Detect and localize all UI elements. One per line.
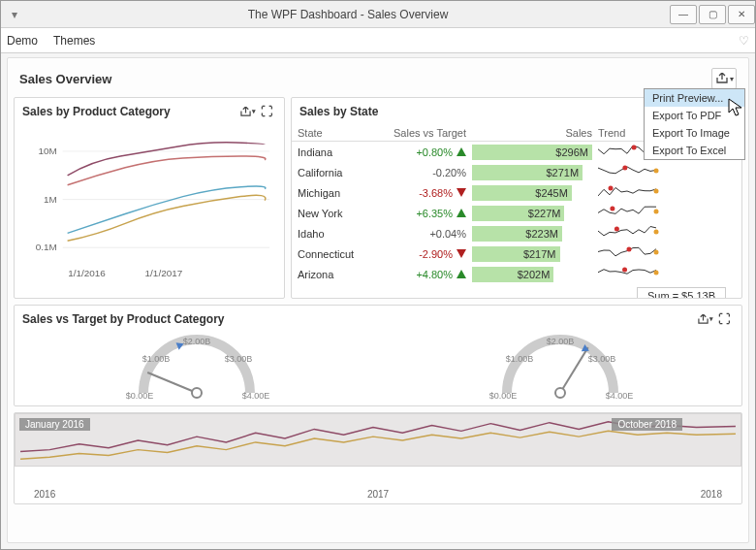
svg-point-11 — [654, 229, 659, 234]
export-icon — [715, 73, 729, 84]
col-state[interactable]: State — [298, 127, 375, 139]
col-svt[interactable]: Sales vs Target — [375, 127, 472, 139]
favorite-icon[interactable]: ♡ — [739, 34, 749, 48]
app-menu-icon[interactable]: ▾ — [1, 8, 28, 21]
svg-point-9 — [654, 209, 659, 213]
table-row[interactable]: Arizona+4.80%$202M — [292, 264, 741, 284]
triangle-down-icon — [457, 188, 466, 197]
cell-sales: $245M — [472, 185, 598, 201]
svg-text:$4.00E: $4.00E — [605, 391, 633, 401]
table-row[interactable]: Connecticut-2.90%$217M — [292, 243, 741, 264]
menu-demo[interactable]: Demo — [7, 34, 38, 48]
cell-svt: +0.04% — [375, 228, 472, 240]
col-sales[interactable]: Sales — [472, 127, 598, 139]
chart-sales-by-category: 10M 1M 0.1M 1/1/2016 1/1/2017 — [15, 125, 284, 298]
table-row[interactable]: California-0.20%$271M — [292, 162, 741, 182]
panel3-title: Sales vs Target by Product Category — [22, 312, 225, 326]
triangle-up-icon — [457, 270, 466, 278]
titlebar: ▾ The WPF Dashboard - Sales Overview — ▢… — [1, 1, 755, 28]
cell-state: Idaho — [298, 228, 375, 240]
svg-point-16 — [622, 267, 627, 272]
x-tick: 1/1/2017 — [145, 268, 183, 278]
cell-svt: +0.80% — [375, 146, 472, 158]
cell-state: New York — [298, 208, 375, 219]
cell-state: Arizona — [298, 269, 375, 280]
cell-svt: +4.80% — [375, 269, 472, 280]
minimize-button[interactable]: — — [670, 5, 697, 24]
cell-svt: +6.35% — [375, 208, 472, 219]
svg-point-14 — [626, 246, 631, 251]
svg-line-22 — [147, 372, 197, 393]
triangle-up-icon — [457, 147, 466, 156]
cell-svt: -0.20% — [375, 167, 472, 178]
panel3-export-button[interactable]: ▾ — [695, 309, 714, 329]
cell-sales: $223M — [472, 226, 598, 242]
range-tick: 2018 — [701, 489, 722, 500]
app-window: ▾ The WPF Dashboard - Sales Overview — ▢… — [0, 0, 756, 550]
svg-text:$3.00B: $3.00B — [224, 354, 252, 364]
export-menu: Print Preview... Export To PDF Export To… — [644, 88, 745, 160]
cell-sales: $227M — [472, 206, 598, 221]
gauge: $0.00E$1.00B$2.00B$3.00B$4.00E — [114, 333, 279, 401]
export-menu-pdf[interactable]: Export To PDF — [645, 107, 744, 124]
y-tick: 1M — [44, 194, 57, 205]
table-sum: Sum = $5.13B — [637, 287, 726, 298]
range-from-tag[interactable]: January 2016 — [19, 418, 90, 431]
range-tick: 2017 — [367, 489, 389, 500]
cell-state: Indiana — [298, 146, 375, 158]
cell-sales: $202M — [472, 267, 598, 282]
svg-point-8 — [609, 185, 614, 190]
triangle-up-icon — [457, 209, 466, 217]
svg-line-30 — [560, 347, 588, 393]
panel1-export-button[interactable]: ▾ — [237, 102, 257, 121]
svg-point-31 — [555, 388, 565, 398]
panel-sales-by-category: Sales by Product Category ▾ ⛶ — [14, 97, 285, 299]
export-menu-print-preview[interactable]: Print Preview... — [645, 89, 744, 107]
svg-text:$0.00E: $0.00E — [125, 391, 153, 401]
menubar: Demo Themes ♡ — [1, 28, 755, 53]
table-row[interactable]: Michigan-3.68%$245M — [292, 182, 741, 203]
svg-text:$3.00B: $3.00B — [587, 354, 615, 364]
table-row[interactable]: Idaho+0.04%$223M — [292, 223, 741, 243]
svg-point-4 — [632, 145, 637, 149]
export-menu-image[interactable]: Export To Image — [645, 124, 744, 142]
panel1-maximize-icon[interactable]: ⛶ — [257, 102, 276, 121]
svg-point-10 — [610, 206, 614, 210]
range-tick: 2016 — [34, 489, 55, 500]
cell-trend — [598, 184, 736, 202]
cell-sales: $217M — [472, 246, 598, 262]
svg-point-12 — [614, 226, 619, 231]
cell-svt: -3.68% — [375, 187, 472, 199]
dashboard-export-button[interactable]: ▾ — [711, 68, 737, 89]
range-to-tag[interactable]: October 2018 — [612, 418, 682, 431]
svg-text:$4.00E: $4.00E — [241, 391, 269, 401]
close-button[interactable]: ✕ — [728, 5, 755, 24]
svg-text:$2.00B: $2.00B — [546, 337, 574, 346]
svg-text:$0.00E: $0.00E — [488, 391, 517, 401]
window-title: The WPF Dashboard - Sales Overview — [28, 8, 668, 21]
dashboard-title: Sales Overview — [19, 72, 711, 86]
svg-text:$1.00B: $1.00B — [142, 354, 170, 364]
panel3-maximize-icon[interactable]: ⛶ — [714, 309, 734, 329]
svg-point-15 — [654, 270, 659, 275]
svg-point-6 — [622, 165, 627, 170]
y-tick: 10M — [38, 146, 56, 156]
x-tick: 1/1/2016 — [68, 268, 106, 278]
panel-range-selector[interactable]: January 2016 October 2018 2016 2017 2018 — [14, 412, 742, 504]
cell-trend — [598, 266, 736, 283]
maximize-button[interactable]: ▢ — [699, 5, 726, 24]
panel-sales-vs-target: Sales vs Target by Product Category ▾ ⛶ … — [14, 305, 742, 406]
cell-svt: -2.90% — [375, 248, 472, 260]
export-menu-excel[interactable]: Export To Excel — [645, 142, 744, 159]
cell-sales: $271M — [472, 165, 598, 180]
cell-trend — [598, 225, 736, 243]
cell-state: Michigan — [298, 187, 375, 199]
svg-point-13 — [654, 249, 659, 254]
cell-state: Connecticut — [298, 248, 375, 260]
cell-trend — [598, 164, 736, 181]
svg-text:$1.00B: $1.00B — [505, 354, 533, 364]
y-tick: 0.1M — [36, 242, 57, 252]
menu-themes[interactable]: Themes — [53, 34, 95, 48]
gauge: $0.00E$1.00B$2.00B$3.00B$4.00E — [478, 333, 643, 401]
table-row[interactable]: New York+6.35%$227M — [292, 203, 741, 223]
